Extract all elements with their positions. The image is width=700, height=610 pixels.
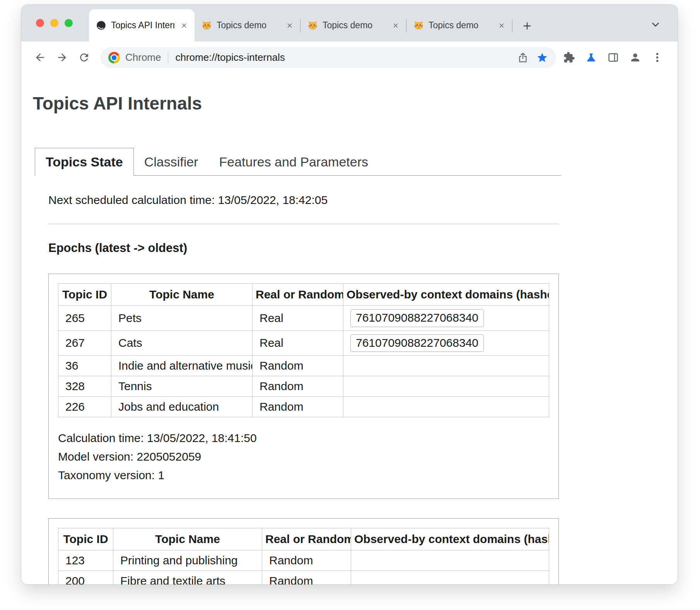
back-button[interactable]: [31, 48, 49, 67]
share-icon[interactable]: [516, 51, 530, 65]
cat-icon: [307, 20, 318, 31]
tab-title: Topics demo: [429, 21, 492, 30]
browser-tab-topics-demo-2[interactable]: Topics demo: [300, 9, 406, 41]
observed-by-cell: [351, 550, 549, 571]
address-divider: [168, 52, 168, 63]
topic-id-cell: 123: [58, 550, 113, 571]
extensions-puzzle-icon[interactable]: [560, 48, 578, 67]
tab-search-chevron-icon[interactable]: [650, 19, 661, 30]
window-controls: [21, 5, 89, 41]
table-row: 267 Cats Real 7610709088227068340: [58, 331, 549, 356]
epochs-heading: Epochs (latest -> oldest): [48, 241, 678, 255]
tab-topics-state[interactable]: Topics State: [35, 148, 134, 176]
tab-title: Topics API Intern: [111, 21, 174, 30]
topic-id-cell: 267: [58, 331, 111, 356]
menu-dots-icon[interactable]: [648, 48, 666, 67]
column-header-topic-id: Topic ID: [58, 528, 113, 550]
window-minimize-button[interactable]: [50, 19, 58, 27]
column-header-real-or-random: Real or Random: [253, 284, 343, 306]
browser-toolbar: Chrome chrome://topics-internals: [21, 41, 678, 74]
address-url: chrome://topics-internals: [175, 51, 285, 63]
real-or-random-cell: Random: [253, 356, 343, 376]
table-header-row: Topic ID Topic Name Real or Random Obser…: [58, 284, 549, 306]
topic-id-cell: 226: [58, 397, 111, 417]
column-header-topic-name: Topic Name: [113, 528, 262, 550]
window-close-button[interactable]: [36, 19, 44, 27]
tab-strip-spacer: [536, 5, 650, 41]
tab-close-icon[interactable]: [497, 21, 507, 31]
hashed-domain-box: 7610709088227068340: [350, 309, 484, 327]
column-header-observed-by: Observed-by context domains (hashed): [351, 528, 549, 550]
topic-name-cell: Printing and publishing: [113, 550, 262, 571]
topic-name-cell: Indie and alternative music: [111, 356, 253, 376]
table-row: 265 Pets Real 7610709088227068340: [58, 306, 549, 331]
new-tab-button[interactable]: [519, 17, 536, 34]
table-row: 226 Jobs and education Random: [58, 397, 549, 417]
page-content: Topics API Internals Topics State Classi…: [21, 74, 678, 584]
next-calculation-time: Next scheduled calculation time: 13/05/2…: [48, 194, 678, 207]
calculation-time: Calculation time: 13/05/2022, 18:41:50: [58, 429, 549, 447]
bookmark-star-icon[interactable]: [535, 51, 549, 65]
browser-tab-topics-demo-1[interactable]: Topics demo: [195, 9, 300, 41]
epoch-table: Topic ID Topic Name Real or Random Obser…: [58, 283, 549, 417]
column-header-topic-name: Topic Name: [111, 284, 253, 306]
topic-name-cell: Tennis: [111, 376, 253, 397]
topic-id-cell: 36: [58, 356, 111, 376]
cat-icon: [413, 20, 424, 31]
hashed-domain-box: 7610709088227068340: [350, 334, 484, 352]
epoch-panel-latest: Topic ID Topic Name Real or Random Obser…: [48, 274, 559, 499]
tab-separator: [512, 19, 512, 33]
chrome-logo-icon: [108, 52, 120, 63]
tab-close-icon[interactable]: [179, 21, 189, 31]
real-or-random-cell: Random: [262, 571, 351, 585]
observed-by-cell: 7610709088227068340: [343, 306, 549, 331]
observed-by-cell: [343, 397, 549, 417]
table-header-row: Topic ID Topic Name Real or Random Obser…: [58, 528, 549, 550]
browser-tab-topics-internals[interactable]: Topics API Intern: [89, 9, 195, 41]
observed-by-cell: [343, 376, 549, 397]
table-row: 328 Tennis Random: [58, 376, 549, 397]
topic-name-cell: Pets: [111, 306, 253, 331]
side-panel-icon[interactable]: [604, 48, 622, 67]
tab-close-icon[interactable]: [391, 21, 401, 31]
column-header-topic-id: Topic ID: [58, 284, 111, 306]
labs-flask-icon[interactable]: [582, 48, 600, 67]
model-version: Model version: 2205052059: [58, 447, 549, 466]
browser-tab-topics-demo-3[interactable]: Topics demo: [406, 9, 512, 41]
reload-button[interactable]: [75, 48, 93, 67]
epoch-table: Topic ID Topic Name Real or Random Obser…: [58, 528, 549, 584]
tab-close-icon[interactable]: [285, 21, 295, 31]
internals-favicon-icon: [96, 20, 106, 31]
real-or-random-cell: Real: [253, 331, 343, 356]
observed-by-cell: [351, 571, 549, 585]
cat-icon: [201, 20, 212, 31]
browser-tabs: Topics API Intern Topics demo: [89, 5, 536, 41]
topic-id-cell: 328: [58, 376, 111, 397]
observed-by-cell: 7610709088227068340: [343, 331, 549, 356]
taxonomy-version: Taxonomy version: 1: [58, 466, 549, 485]
forward-button[interactable]: [53, 48, 71, 67]
topics-state-panel: Next scheduled calculation time: 13/05/2…: [33, 176, 678, 584]
table-row: 36 Indie and alternative music Random: [58, 356, 549, 376]
column-header-observed-by: Observed-by context domains (hashed): [343, 284, 549, 306]
real-or-random-cell: Random: [262, 550, 351, 571]
page-tab-bar: Topics State Classifier Features and Par…: [35, 148, 561, 176]
real-or-random-cell: Random: [253, 376, 343, 397]
tab-features-and-parameters[interactable]: Features and Parameters: [208, 148, 379, 175]
divider: [48, 224, 559, 224]
topic-name-cell: Cats: [111, 331, 253, 356]
epoch-metadata: Calculation time: 13/05/2022, 18:41:50 M…: [58, 429, 549, 485]
page-title: Topics API Internals: [33, 93, 678, 114]
address-bar[interactable]: Chrome chrome://topics-internals: [101, 47, 556, 68]
tab-title: Topics demo: [217, 21, 280, 30]
topic-id-cell: 265: [58, 306, 111, 331]
window-zoom-button[interactable]: [65, 19, 73, 27]
tab-title: Topics demo: [323, 21, 386, 30]
profile-avatar-icon[interactable]: [626, 48, 644, 67]
table-row: 123 Printing and publishing Random: [58, 550, 549, 571]
observed-by-cell: [343, 356, 549, 376]
topic-name-cell: Jobs and education: [111, 397, 253, 417]
column-header-real-or-random: Real or Random: [262, 528, 351, 550]
topic-id-cell: 200: [58, 571, 113, 585]
tab-classifier[interactable]: Classifier: [134, 148, 209, 175]
